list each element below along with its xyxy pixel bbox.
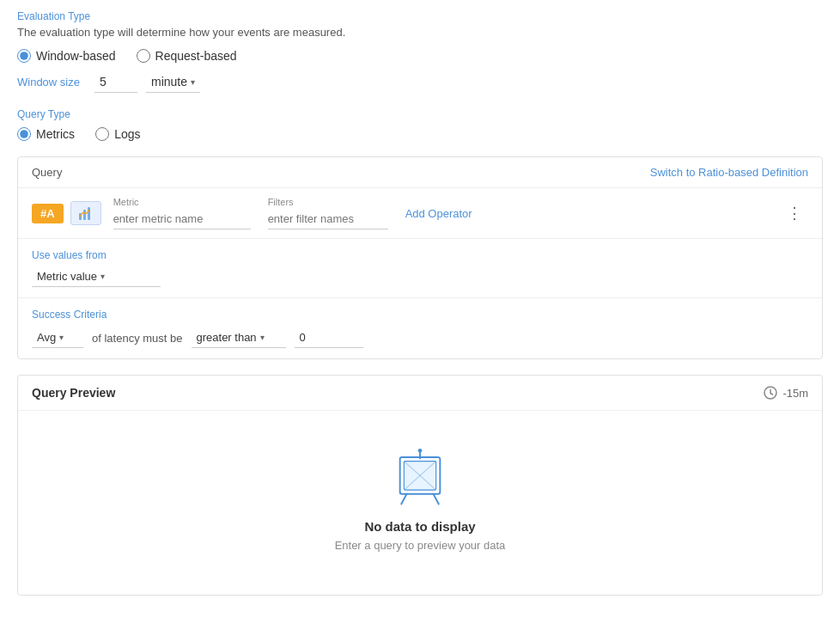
filters-field: Filters: [268, 197, 388, 229]
comparison-chevron-icon: ▾: [260, 333, 265, 342]
evaluation-type-label: Evaluation Type: [17, 10, 823, 22]
no-data-title: No data to display: [364, 519, 475, 534]
request-based-option[interactable]: Request-based: [137, 49, 237, 63]
success-criteria-label: Success Criteria: [32, 309, 808, 321]
svg-rect-2: [88, 207, 90, 220]
preview-title: Query Preview: [32, 386, 115, 400]
comparison-dropdown[interactable]: greater than ▾: [192, 327, 286, 348]
request-based-label: Request-based: [155, 49, 237, 63]
values-from-dropdown[interactable]: Metric value ▾: [32, 266, 161, 287]
logs-label: Logs: [114, 127, 140, 141]
svg-line-10: [401, 494, 406, 505]
query-type-label: Query Type: [17, 108, 823, 120]
avg-label: Avg: [37, 331, 56, 344]
metrics-radio[interactable]: [17, 127, 31, 141]
query-preview-panel: Query Preview -15m: [17, 375, 823, 596]
metric-type-button[interactable]: [70, 201, 101, 225]
add-operator-button[interactable]: Add Operator: [405, 204, 472, 223]
window-size-input[interactable]: [94, 71, 137, 93]
query-type-section: Query Type Metrics Logs: [17, 108, 823, 141]
preview-body: No data to display Enter a query to prev…: [18, 411, 822, 595]
query-more-button[interactable]: ⋮: [782, 204, 808, 223]
svg-point-9: [418, 449, 423, 453]
of-latency-text: of latency must be: [92, 332, 183, 345]
query-panel-header: Query Switch to Ratio-based Definition: [18, 157, 822, 188]
logs-radio[interactable]: [95, 127, 109, 141]
values-from-label: Use values from: [32, 249, 808, 261]
window-based-label: Window-based: [36, 49, 116, 63]
window-size-unit-dropdown[interactable]: minute ▾: [146, 71, 200, 93]
filters-input[interactable]: [268, 209, 388, 229]
window-size-unit-label: minute: [151, 75, 187, 89]
logs-option[interactable]: Logs: [95, 127, 140, 141]
window-size-label: Window size: [17, 76, 86, 89]
preview-time-label: -15m: [782, 387, 808, 400]
request-based-radio[interactable]: [137, 49, 150, 63]
metric-input[interactable]: [113, 209, 251, 229]
metrics-label: Metrics: [36, 127, 75, 141]
clock-icon: [764, 386, 777, 400]
window-size-chevron-icon: ▾: [191, 77, 195, 87]
query-id-badge: #A: [32, 204, 64, 223]
threshold-input[interactable]: [295, 327, 363, 348]
window-size-row: Window size minute ▾: [17, 71, 823, 93]
metric-field: Metric: [113, 197, 251, 229]
empty-state-illustration: [386, 445, 454, 505]
avg-chevron-icon: ▾: [59, 333, 64, 342]
switch-to-ratio-link[interactable]: Switch to Ratio-based Definition: [650, 166, 808, 179]
avg-dropdown[interactable]: Avg ▾: [32, 327, 83, 348]
window-based-option[interactable]: Window-based: [17, 49, 116, 63]
no-data-desc: Enter a query to preview your data: [335, 539, 506, 552]
query-panel: Query Switch to Ratio-based Definition #…: [17, 156, 823, 359]
metric-label: Metric: [113, 197, 251, 207]
query-row: #A Metric Filters Add Operator ⋮: [18, 188, 822, 239]
preview-time: -15m: [764, 386, 808, 400]
metrics-option[interactable]: Metrics: [17, 127, 75, 141]
query-type-radio-group: Metrics Logs: [17, 127, 823, 141]
window-based-radio[interactable]: [17, 49, 31, 63]
values-section: Use values from Metric value ▾: [18, 239, 822, 298]
preview-header: Query Preview -15m: [18, 376, 822, 411]
success-criteria-row: Avg ▾ of latency must be greater than ▾: [32, 327, 808, 348]
values-from-chevron-icon: ▾: [100, 272, 105, 281]
success-criteria-section: Success Criteria Avg ▾ of latency must b…: [18, 298, 822, 358]
query-panel-title: Query: [32, 166, 62, 179]
evaluation-type-desc: The evaluation type will determine how y…: [17, 26, 823, 39]
values-from-selected: Metric value: [37, 270, 97, 283]
comparison-label: greater than: [197, 331, 257, 344]
metric-type-icon: [78, 205, 94, 221]
svg-line-11: [434, 494, 439, 505]
svg-rect-1: [83, 210, 86, 220]
main-page: Evaluation Type The evaluation type will…: [0, 0, 840, 636]
filters-label: Filters: [268, 197, 388, 207]
evaluation-type-radio-group: Window-based Request-based: [17, 49, 823, 63]
evaluation-type-section: Evaluation Type The evaluation type will…: [17, 10, 823, 93]
